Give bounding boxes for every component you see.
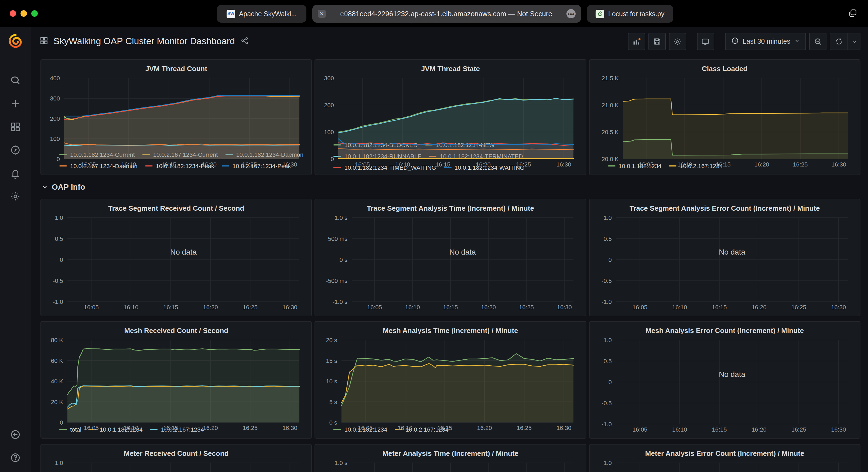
panel-chart[interactable]: 16:0516:1016:1516:2016:2516:30-1.0-0.500… [595, 460, 855, 472]
svg-text:16:30: 16:30 [831, 161, 846, 168]
tab-overview-button[interactable] [848, 9, 857, 20]
section-row-oap-info[interactable]: OAP Info [40, 175, 861, 199]
time-range-picker[interactable]: Last 30 minutes [725, 33, 806, 50]
panel-title[interactable]: Mesh Analysis Time (Increment) / Minute [321, 325, 581, 337]
svg-text:-0.5: -0.5 [601, 400, 612, 407]
main-area: SkyWalking OAP Cluster Monitor Dashboard [31, 27, 868, 472]
panel-chart[interactable]: 16:0516:1016:1516:2016:2516:30020 K40 K6… [46, 337, 306, 422]
panel-title[interactable]: Meter Received Count / Second [46, 448, 306, 460]
svg-text:20.0 K: 20.0 K [601, 156, 619, 163]
panel-chart[interactable]: 16:0516:1016:1516:2016:2516:3020.0 K20.5… [595, 75, 855, 159]
panel-title[interactable]: JVM Thread State [321, 63, 581, 75]
svg-text:16:25: 16:25 [791, 304, 806, 311]
refresh-button-group [830, 33, 861, 50]
panel-title[interactable]: Mesh Analysis Error Count (Increment) / … [595, 325, 855, 337]
svg-text:16:25: 16:25 [243, 304, 257, 311]
panel-title[interactable]: Meter Analysis Time (Increment) / Minute [321, 448, 581, 460]
share-icon[interactable] [241, 36, 249, 46]
svg-text:16:10: 16:10 [121, 161, 136, 168]
tab-grafana-dashboard-active[interactable]: ✕ e0881eed4-22961232.ap-east-1.elb.amazo… [312, 5, 581, 23]
panel-row-mesh: Mesh Received Count / Second 16:0516:101… [40, 321, 861, 439]
svg-text:16:25: 16:25 [242, 161, 257, 168]
cycle-view-mode-button[interactable] [697, 33, 714, 50]
sidebar-menu [9, 74, 21, 202]
panel-chart[interactable]: 16:0516:1016:1516:2016:2516:300 s5 s10 s… [321, 337, 581, 422]
svg-text:300: 300 [50, 95, 60, 102]
dashboard-settings-button[interactable] [669, 33, 686, 50]
address-url[interactable]: e0881eed4-22961232.ap-east-1.elb.amazona… [326, 10, 566, 18]
svg-text:No data: No data [450, 248, 476, 256]
add-panel-button[interactable] [628, 33, 645, 50]
help-icon[interactable] [9, 451, 21, 463]
panel-title[interactable]: Meter Analysis Error Count (Increment) /… [595, 448, 855, 460]
tab-locust[interactable]: Locust for tasks.py [587, 5, 673, 23]
window-controls [10, 10, 38, 17]
svg-text:-1.0: -1.0 [601, 421, 612, 428]
svg-text:16:15: 16:15 [712, 426, 727, 433]
alerting-bell-icon[interactable] [9, 167, 21, 179]
svg-text:16:25: 16:25 [793, 161, 808, 168]
svg-text:-0.5: -0.5 [53, 277, 63, 284]
save-dashboard-button[interactable] [648, 33, 666, 50]
sidebar-bottom [9, 428, 21, 463]
panel-chart[interactable]: 16:0516:1016:1516:2016:2516:300100200300… [46, 75, 306, 147]
svg-text:-0.5: -0.5 [601, 277, 612, 284]
tab-apache-skywalking[interactable]: SW Apache SkyWalki... [217, 5, 306, 23]
svg-text:16:05: 16:05 [81, 161, 96, 168]
panel-chart[interactable]: 16:0516:1016:1516:2016:2516:30-1.0 s-500… [321, 460, 581, 472]
window-minimize-button[interactable] [21, 10, 27, 17]
panel-trace-segment-analysis-error: Trace Segment Analysis Error Count (Incr… [589, 199, 861, 316]
svg-text:16:15: 16:15 [716, 161, 731, 168]
svg-text:16:05: 16:05 [358, 425, 373, 431]
sign-out-icon[interactable] [9, 428, 21, 440]
tab-more-icon[interactable]: ••• [566, 9, 576, 18]
panel-title[interactable]: JVM Thread Count [46, 63, 306, 75]
svg-text:16:10: 16:10 [672, 426, 687, 433]
panel-chart[interactable]: 16:0516:1016:1516:2016:2516:300100200300 [321, 75, 581, 137]
panel-title[interactable]: Class Loaded [595, 63, 855, 75]
svg-text:16:05: 16:05 [84, 304, 99, 311]
svg-text:60 K: 60 K [51, 358, 63, 364]
panel-title[interactable]: Trace Segment Analysis Time (Increment) … [321, 203, 581, 214]
panel-title[interactable]: Trace Segment Received Count / Second [46, 203, 306, 214]
svg-text:No data: No data [719, 370, 745, 378]
svg-text:16:15: 16:15 [443, 304, 458, 311]
svg-text:5 s: 5 s [329, 399, 337, 405]
panel-title[interactable]: Trace Segment Analysis Error Count (Incr… [595, 203, 855, 214]
dashboards-icon[interactable] [9, 121, 21, 133]
svg-text:21.5 K: 21.5 K [601, 75, 619, 81]
panel-chart[interactable]: 16:0516:1016:1516:2016:2516:30-1.0-0.500… [46, 214, 306, 312]
panel-chart[interactable]: 16:0516:1016:1516:2016:2516:30-1.0-0.500… [595, 214, 855, 312]
search-icon[interactable] [9, 74, 21, 86]
dashboard-header: SkyWalking OAP Cluster Monitor Dashboard [31, 27, 868, 56]
header-toolbar: Last 30 minutes [628, 33, 861, 50]
panel-chart[interactable]: 16:0516:1016:1516:2016:2516:30-1.0-0.500… [595, 337, 855, 435]
configuration-gear-icon[interactable] [9, 190, 21, 202]
grafana-logo[interactable] [6, 32, 25, 50]
section-collapse-chevron-icon [41, 184, 48, 190]
svg-text:16:10: 16:10 [398, 425, 413, 431]
create-plus-icon[interactable] [9, 98, 21, 109]
svg-text:16:30: 16:30 [282, 304, 297, 311]
tab-close-icon[interactable]: ✕ [318, 10, 326, 18]
scale-wrapper: SW Apache SkyWalki... ✕ e0881eed4-229612… [0, 0, 868, 472]
refresh-interval-dropdown[interactable] [848, 33, 860, 49]
panel-chart[interactable]: 16:0516:1016:1516:2016:2516:30-1.0 s-500… [321, 214, 581, 312]
panel-title[interactable]: Mesh Received Count / Second [46, 325, 306, 337]
svg-text:16:20: 16:20 [477, 425, 492, 431]
svg-text:16:25: 16:25 [243, 425, 257, 431]
explore-compass-icon[interactable] [9, 144, 21, 156]
window-close-button[interactable] [10, 10, 16, 17]
panel-chart[interactable]: 16:0516:1016:1516:2016:2516:30-1.0-0.500… [46, 460, 306, 472]
window-zoom-button[interactable] [31, 10, 38, 17]
refresh-dashboard-button[interactable] [830, 33, 848, 49]
svg-text:16:10: 16:10 [405, 304, 420, 311]
svg-text:No data: No data [719, 248, 745, 256]
zoom-out-time-button[interactable] [809, 33, 827, 50]
panel-jvm-thread-state: JVM Thread State 16:0516:1016:1516:2016:… [315, 59, 586, 175]
url-prefix: e0 [340, 10, 348, 18]
svg-text:0: 0 [608, 379, 612, 385]
svg-text:0 s: 0 s [340, 257, 347, 263]
browser-chrome: SW Apache SkyWalki... ✕ e0881eed4-229612… [0, 0, 868, 27]
svg-text:10 s: 10 s [326, 378, 337, 385]
